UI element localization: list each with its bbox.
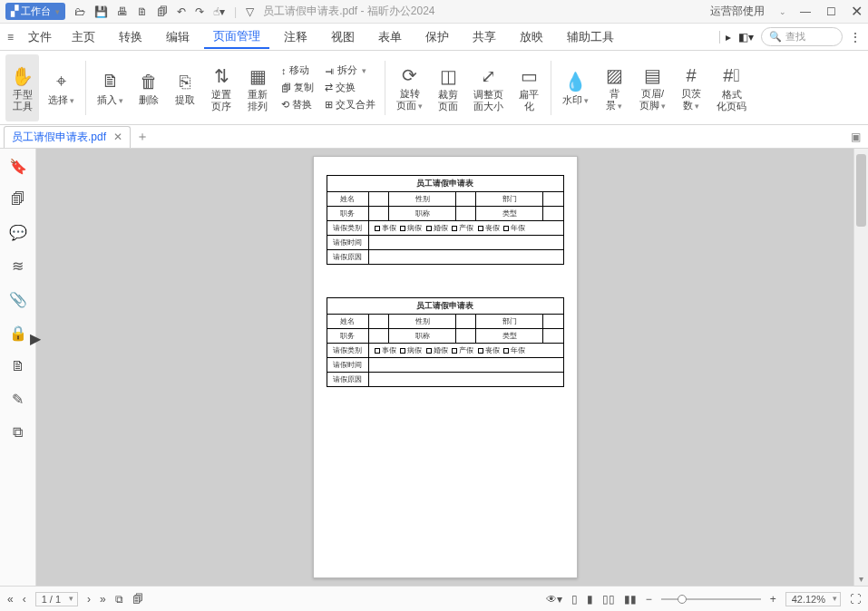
eye-icon[interactable]: 👁▾ [546,593,562,606]
background-icon: ▨ [606,63,623,88]
undo-icon[interactable]: ↶ [177,5,186,18]
menu-主页[interactable]: 主页 [63,25,104,49]
select-button[interactable]: ⌖选择▾ [43,54,80,121]
format-page-button[interactable]: #⃞格式 化页码 [711,54,752,121]
next-page-button[interactable]: › [87,593,91,606]
signature-icon[interactable]: ✎ [12,391,24,408]
more-icon[interactable]: ⋮ [850,31,861,44]
cross-merge-button[interactable]: ⊞交叉合并 [321,97,379,112]
menu-表单[interactable]: 表单 [369,25,411,49]
panel-toggle-icon[interactable]: ▣ [851,131,868,143]
copy-icon: 🗐 [281,82,291,93]
document-tab[interactable]: 员工请假申请表.pdf ✕ [4,126,131,148]
zoom-level-input[interactable]: 42.12% [785,592,841,606]
highlight-icon[interactable]: ◧▾ [738,31,754,44]
menu-页面管理[interactable]: 页面管理 [204,24,269,49]
reverse-icon: ⇅ [214,63,229,89]
single-page-icon[interactable]: ▯ [571,593,578,606]
touch-icon[interactable]: ☝︎▾ [213,5,225,18]
delete-button[interactable]: 🗑删除 [132,54,165,121]
fullscreen-icon[interactable]: ⛶ [850,593,861,606]
bookmark-icon[interactable]: 🔖 [9,158,27,175]
close-button[interactable]: ✕ [850,3,863,20]
swap-button[interactable]: ⇄交换 [321,80,379,95]
two-page-icon[interactable]: ▯▯ [602,593,615,606]
crop-button[interactable]: ◫裁剪 页面 [432,54,464,121]
menu-共享[interactable]: 共享 [463,25,505,49]
separator [551,61,551,115]
menu-视图[interactable]: 视图 [322,25,364,49]
first-page-button[interactable]: « [7,593,14,606]
hand-tool-button[interactable]: ✋手型 工具 [5,54,39,121]
chevron-down-icon[interactable]: ▾ [55,7,60,16]
hamburger-icon[interactable]: ≡ [7,31,14,44]
save-icon[interactable]: 💾 [94,5,108,18]
thumbnails-icon[interactable]: 🗐 [132,593,143,606]
copy-button[interactable]: 🗐复制 [278,80,317,95]
comment-icon[interactable]: 💬 [9,224,27,241]
zoom-out-button[interactable]: − [646,593,652,606]
close-tab-icon[interactable]: ✕ [113,131,122,143]
layers-icon[interactable]: ≋ [12,257,24,275]
maximize-button[interactable]: ☐ [824,5,837,18]
flatten-button[interactable]: ▭扁平 化 [512,54,545,121]
form-title: 员工请假申请表 [327,176,563,192]
background-button[interactable]: ▨背 景▾ [598,54,630,121]
new-tab-button[interactable]: ＋ [136,129,149,145]
extract-button[interactable]: ⎘提取 [169,54,201,121]
vertical-scrollbar[interactable]: ▴ ▾ [853,149,868,586]
header-footer-button[interactable]: ▤页眉/ 页脚▾ [634,54,671,121]
page-canvas[interactable]: 员工请假申请表姓名性别部门职务职称类型请假类别事假 病假 婚假 产假 丧假 年假… [36,149,853,586]
bates-button[interactable]: #贝茨 数▾ [675,54,707,121]
scroll-down-icon[interactable]: ▾ [854,574,868,584]
collapse-icon[interactable]: ▸ [719,31,731,44]
prev-page-button[interactable]: ‹ [23,593,26,606]
scrollbar-thumb[interactable] [856,154,866,227]
pages-icon[interactable]: 🗐 [11,191,25,208]
title-bar: ▞ 工作台 ▾ 🗁 💾 🖶 🗎 🗐 ↶ ↷ ☝︎▾ | ▽ 员工请假申请表.pd… [0,0,868,24]
scroll-down-icon[interactable]: ▽ [246,5,254,18]
rearrange-button[interactable]: ▦重新 排列 [241,54,274,121]
insert-button[interactable]: 🗎插入▾ [92,54,129,121]
attachment-icon[interactable]: 📎 [9,291,27,308]
merge-icon: ⊞ [325,99,333,111]
grid-icon: ▦ [249,63,267,89]
continuous-icon[interactable]: ▮ [587,593,593,606]
page-icon[interactable]: 🗎 [137,5,148,18]
export-icon[interactable]: 🗐 [157,5,168,18]
document-icon[interactable]: 🗎 [11,358,25,374]
resize-icon: ⤢ [481,63,496,89]
menu-注释[interactable]: 注释 [275,25,317,49]
extract-icon: ⎘ [180,69,190,94]
print-icon[interactable]: 🖶 [117,5,128,18]
search-input[interactable]: 🔍 查找 [761,27,843,46]
open-icon[interactable]: 🗁 [74,5,85,18]
last-page-button[interactable]: » [100,593,106,606]
menu-辅助工具[interactable]: 辅助工具 [558,25,623,49]
move-button[interactable]: ↕移动 [278,63,317,78]
menu-放映[interactable]: 放映 [511,25,552,49]
file-menu[interactable]: 文件 [19,25,61,49]
menu-编辑[interactable]: 编辑 [157,25,199,49]
watermark-button[interactable]: 💧水印▾ [557,54,594,121]
menu-转换[interactable]: 转换 [110,25,151,49]
two-continuous-icon[interactable]: ▮▮ [624,593,637,606]
replace-button[interactable]: ⟲替换 [278,97,317,112]
rotate-button[interactable]: ⟳旋转 页面▾ [391,54,428,121]
chevron-down-icon[interactable]: ⌄ [779,7,786,16]
zoom-slider[interactable] [661,598,761,600]
leave-form: 员工请假申请表姓名性别部门职务职称类型请假类别事假 病假 婚假 产假 丧假 年假… [327,175,564,265]
pages-panel-icon[interactable]: ⧉ [115,593,123,606]
redo-icon[interactable]: ↷ [195,5,204,18]
reverse-button[interactable]: ⇅逆置 页序 [205,54,238,121]
zoom-in-button[interactable]: + [770,593,776,606]
split-button[interactable]: ⫥拆分▾ [321,63,379,78]
minimize-button[interactable]: — [799,5,812,18]
lock-icon[interactable]: 🔒 [9,325,27,342]
duplicate-icon[interactable]: ⧉ [13,424,23,441]
resize-button[interactable]: ⤢调整页 面大小 [468,54,509,121]
page-number-input[interactable]: 1 / 1 [35,592,78,606]
rotate-icon: ⟳ [402,63,417,88]
slider-knob[interactable] [678,595,687,604]
menu-保护[interactable]: 保护 [416,25,458,49]
